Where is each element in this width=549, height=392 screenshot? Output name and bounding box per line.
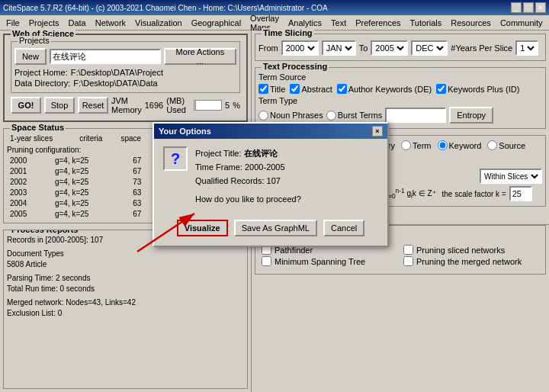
dialog-project-title: 在线评论	[244, 149, 278, 158]
your-options-dialog: Your Options × ? Project Title: 在线评论 Tim…	[152, 122, 389, 247]
qualified-records-label: Qualified Records:	[195, 176, 265, 185]
dialog-icon: ?	[163, 146, 188, 171]
modal-overlay: Your Options × ? Project Title: 在线评论 Tim…	[0, 0, 549, 392]
dialog-qualified-records: 107	[267, 176, 281, 185]
save-as-graphml-button[interactable]: Save As GraphML	[234, 220, 317, 236]
dialog-content: ? Project Title: 在线评论 Time Frame: 2000-2…	[154, 139, 387, 214]
visualize-button[interactable]: Visualize	[177, 220, 228, 236]
dialog-time-frame: 2000-2005	[245, 162, 285, 172]
dialog-text: Project Title: 在线评论 Time Frame: 2000-200…	[195, 146, 301, 206]
cancel-button[interactable]: Cancel	[323, 220, 364, 236]
proceed-label: How do you like to proceed?	[195, 192, 301, 206]
dialog-title: Your Options	[159, 127, 211, 136]
time-frame-label: Time Frame:	[195, 162, 242, 172]
project-title-label: Project Title:	[195, 149, 242, 158]
dialog-title-bar: Your Options ×	[154, 124, 387, 139]
dialog-buttons: Visualize Save As GraphML Cancel	[154, 214, 387, 246]
dialog-close-button[interactable]: ×	[372, 126, 383, 137]
